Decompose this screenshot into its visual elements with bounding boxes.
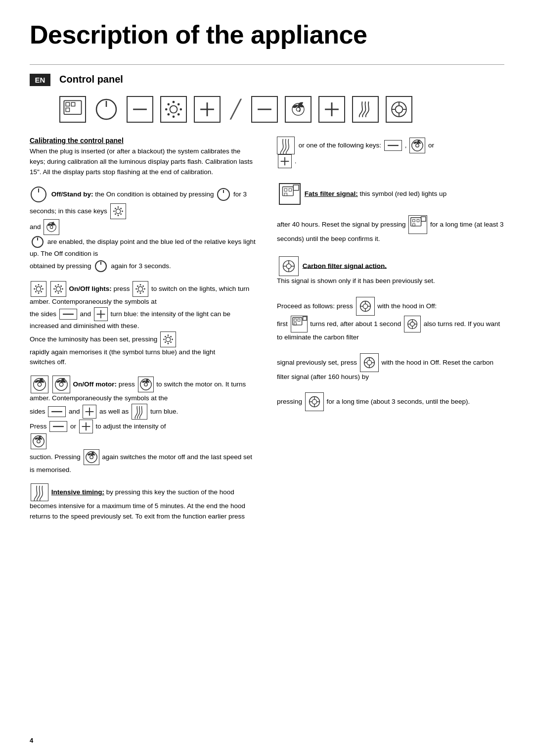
carbon-text2: Proceed as follows: press xyxy=(277,302,353,309)
carbon-press-icon xyxy=(356,297,375,316)
svg-rect-124 xyxy=(298,319,300,321)
motor-text1: press xyxy=(119,380,137,388)
svg-point-15 xyxy=(168,113,170,116)
svg-point-95 xyxy=(89,456,93,459)
svg-point-63 xyxy=(55,291,56,292)
light-icon xyxy=(160,96,187,123)
svg-point-38 xyxy=(120,213,122,215)
plus-icon xyxy=(194,96,221,123)
svg-rect-105 xyxy=(411,218,421,226)
svg-point-134 xyxy=(367,360,371,365)
svg-point-53 xyxy=(41,285,42,287)
carbon-circle2-icon xyxy=(404,316,421,332)
svg-point-34 xyxy=(117,215,119,216)
fats-text1: this symbol (red led) lights up xyxy=(360,190,447,197)
svg-point-37 xyxy=(115,208,116,209)
svg-point-67 xyxy=(135,288,137,289)
motor-inline-icon2 xyxy=(52,376,70,393)
motor-or: or xyxy=(70,423,78,430)
lights-label: On/Off lights: xyxy=(69,284,112,292)
motor-press-icon xyxy=(138,377,154,392)
offstand-light-icon xyxy=(110,203,126,219)
svg-point-36 xyxy=(122,210,123,212)
intensive-right-body: or one of the following keys: , or xyxy=(277,137,504,168)
light-inline-icon2 xyxy=(50,281,66,297)
carbon-icon xyxy=(386,96,412,123)
intensive-label: Intensive timing: xyxy=(51,488,104,496)
fats-label: Fats filter signal: xyxy=(305,190,358,197)
motor-fanpres-icon xyxy=(31,433,46,449)
right-column: or one of the following keys: , or xyxy=(277,137,504,530)
carbon-press2-icon xyxy=(360,353,379,372)
motor-plus2-icon xyxy=(79,420,93,433)
svg-rect-107 xyxy=(417,220,419,222)
offstand-power-icon3 xyxy=(94,259,108,273)
svg-rect-102 xyxy=(289,189,291,191)
fats-body: Fats filter signal: this symbol (red led… xyxy=(277,183,504,244)
svg-rect-2 xyxy=(71,102,75,106)
svg-point-66 xyxy=(140,292,141,294)
svg-point-85 xyxy=(38,383,42,387)
svg-point-97 xyxy=(416,144,419,147)
fats-reset-icon xyxy=(408,215,427,234)
svg-point-71 xyxy=(143,285,144,287)
offstand-text6: again for 3 seconds. xyxy=(111,262,171,269)
svg-rect-101 xyxy=(284,189,287,191)
svg-rect-126 xyxy=(303,317,307,321)
svg-point-79 xyxy=(163,338,165,340)
page: Description of the appliance EN Control … xyxy=(0,0,534,756)
svg-point-19 xyxy=(296,107,300,111)
carbon-body: Carbon filter signal action. This signal… xyxy=(277,256,504,412)
offstand-text4: are enabled, the display point and the b… xyxy=(30,237,256,257)
svg-point-117 xyxy=(363,304,367,308)
intensive-or2: or xyxy=(428,142,434,149)
carbon-text4: first xyxy=(277,320,288,327)
carbon-text7: signal previously set, press xyxy=(277,358,357,366)
carbon-text5: turns red, after about 1 second xyxy=(310,320,401,327)
svg-point-35 xyxy=(113,210,115,212)
lights-text5: Once the luminosity has been set, pressi… xyxy=(30,335,159,342)
svg-point-9 xyxy=(173,116,175,118)
page-title: Description of the appliance xyxy=(30,20,504,49)
svg-point-76 xyxy=(166,337,170,341)
light-inline-icon xyxy=(31,281,46,297)
svg-rect-108 xyxy=(413,224,415,226)
svg-point-72 xyxy=(137,291,138,292)
motor-inline-icon xyxy=(31,376,48,393)
svg-point-50 xyxy=(42,288,44,289)
intensive-inline-icon xyxy=(31,483,48,501)
svg-point-86 xyxy=(59,383,63,387)
svg-point-51 xyxy=(35,285,37,287)
svg-rect-125 xyxy=(294,323,296,325)
motor-fan2-icon xyxy=(84,449,99,465)
intensive-or-text: or one of the following keys: xyxy=(299,142,381,149)
carbon-text9: pressing xyxy=(277,398,302,405)
control-panel-title: Control panel xyxy=(59,74,123,85)
svg-point-47 xyxy=(38,284,40,285)
svg-point-33 xyxy=(117,206,119,208)
svg-point-140 xyxy=(312,400,316,404)
offstand-motor-icon xyxy=(44,219,59,235)
motor-body: On/Off motor: press to switch the motor … xyxy=(30,376,257,475)
svg-point-39 xyxy=(120,208,122,209)
svg-point-94 xyxy=(37,440,41,443)
motor-minus-icon xyxy=(48,406,66,417)
offstand-body: Off/Stand by: the On condition is obtain… xyxy=(30,186,257,273)
lights-text3: the sides xyxy=(30,310,58,317)
lang-badge: EN xyxy=(30,74,50,86)
display-icon xyxy=(59,96,86,123)
motor-section: On/Off motor: press to switch the motor … xyxy=(30,376,257,475)
svg-point-111 xyxy=(286,264,291,269)
svg-point-77 xyxy=(168,334,169,336)
offstand-text5: obtained by pressing xyxy=(30,262,91,269)
plus2-icon xyxy=(318,96,345,123)
motor-turn-blue: turn blue. xyxy=(150,408,178,415)
svg-rect-106 xyxy=(413,220,415,222)
svg-point-84 xyxy=(165,341,166,343)
carbon-inline-icon xyxy=(279,256,299,276)
carbon-text3: with the hood in Off: xyxy=(377,302,437,309)
carbon-label: Carbon filter signal action. xyxy=(303,262,387,269)
svg-point-40 xyxy=(115,213,116,215)
svg-point-81 xyxy=(165,336,166,337)
lang-section: EN Control panel xyxy=(30,73,504,86)
